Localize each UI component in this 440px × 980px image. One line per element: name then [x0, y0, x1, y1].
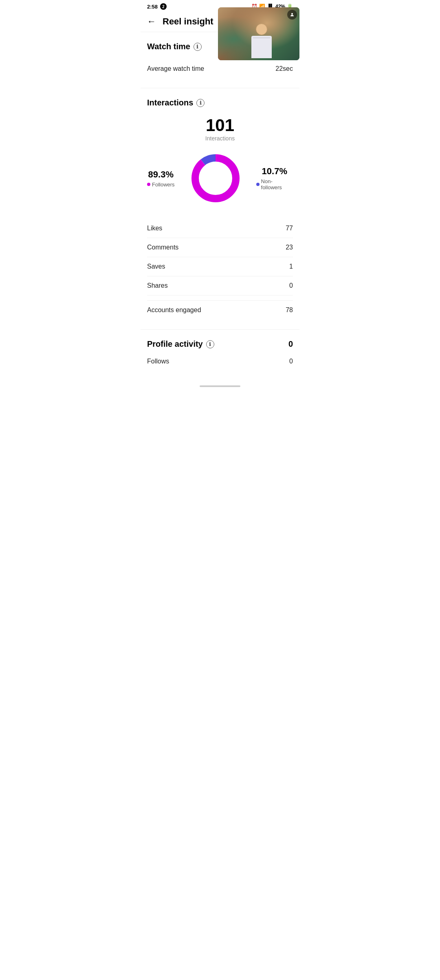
interactions-count: 101: [147, 116, 293, 135]
avg-watch-time-row: Average watch time 22sec: [147, 59, 293, 78]
avg-watch-time-value: 22sec: [275, 65, 293, 72]
interactions-total: 101 Interactions: [147, 116, 293, 142]
interactions-section: Interactions ℹ 101 Interactions 89.3% Fo…: [141, 88, 299, 330]
reel-thumbnail[interactable]: [218, 7, 299, 60]
page-title: Reel insight: [163, 16, 213, 27]
follows-value: 0: [289, 358, 293, 365]
follows-label: Follows: [147, 358, 169, 365]
accounts-engaged-label: Accounts engaged: [147, 306, 201, 314]
shares-row: Shares 0: [147, 276, 293, 295]
header: ← Reel insight: [141, 11, 299, 32]
status-time: 2:58: [147, 4, 158, 10]
notification-badge: 2: [160, 3, 167, 10]
profile-activity-title: Profile activity ℹ 0: [147, 339, 293, 349]
back-button[interactable]: ←: [147, 16, 156, 27]
shares-value: 0: [289, 282, 293, 289]
non-followers-pct: 10.7%: [262, 166, 287, 177]
non-followers-dot: [256, 183, 260, 186]
likes-label: Likes: [147, 225, 162, 232]
profile-overlay-icon: [287, 10, 297, 20]
watch-time-info-icon[interactable]: ℹ: [194, 43, 202, 51]
accounts-engaged-value: 78: [286, 306, 293, 314]
followers-dot: [147, 183, 150, 186]
non-followers-label: Non-followers: [256, 178, 293, 190]
comments-row: Comments 23: [147, 238, 293, 257]
likes-value: 77: [286, 225, 293, 232]
interactions-info-icon[interactable]: ℹ: [196, 99, 205, 107]
bottom-handle: [141, 381, 299, 392]
accounts-engaged-row: Accounts engaged 78: [147, 300, 293, 319]
saves-label: Saves: [147, 263, 165, 270]
profile-info-icon[interactable]: ℹ: [206, 340, 214, 348]
followers-label: Followers: [147, 182, 175, 188]
svg-point-0: [291, 13, 293, 15]
svg-point-1: [195, 158, 236, 199]
likes-row: Likes 77: [147, 219, 293, 238]
profile-activity-section: Profile activity ℹ 0 Follows 0: [141, 330, 299, 381]
followers-legend: 89.3% Followers: [147, 169, 175, 188]
comments-label: Comments: [147, 244, 178, 251]
profile-title-left: Profile activity ℹ: [147, 339, 214, 349]
chart-container: 89.3% Followers 10.7% Non-followers: [147, 150, 293, 207]
status-left: 2:58 2: [147, 3, 167, 10]
donut-chart: [187, 150, 244, 207]
interactions-title: Interactions ℹ: [147, 98, 293, 107]
handle-bar: [200, 385, 240, 387]
avg-watch-time-label: Average watch time: [147, 65, 204, 72]
interactions-label: Interactions: [147, 135, 293, 142]
shares-label: Shares: [147, 282, 168, 289]
interaction-stats: Likes 77 Comments 23 Saves 1 Shares 0 Ac…: [147, 219, 293, 319]
follows-row: Follows 0: [147, 352, 293, 371]
saves-row: Saves 1: [147, 257, 293, 276]
profile-activity-total: 0: [288, 339, 293, 349]
comments-value: 23: [286, 244, 293, 251]
saves-value: 1: [289, 263, 293, 270]
non-followers-legend: 10.7% Non-followers: [256, 166, 293, 190]
followers-pct: 89.3%: [148, 169, 174, 180]
